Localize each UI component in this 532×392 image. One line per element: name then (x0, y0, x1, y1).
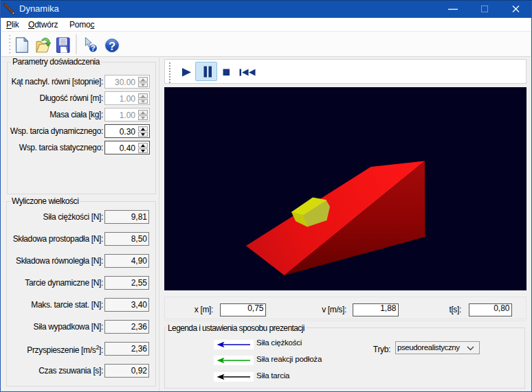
svg-text:?: ? (91, 44, 96, 52)
svg-text:?: ? (109, 40, 115, 52)
